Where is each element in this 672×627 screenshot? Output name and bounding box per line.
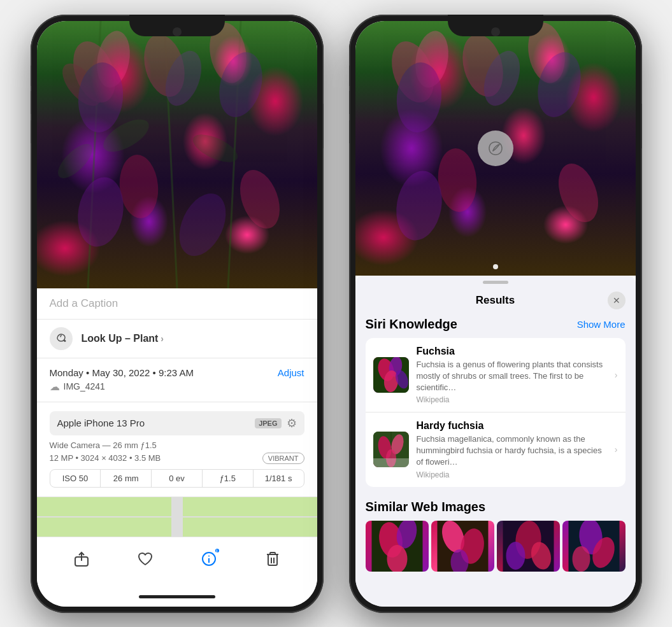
- results-title: Results: [383, 294, 608, 307]
- hardy-chevron: ›: [615, 444, 618, 454]
- svg-rect-22: [268, 554, 277, 565]
- siri-knowledge-header: Siri Knowledge Show More: [366, 317, 626, 332]
- notch-camera: [173, 27, 182, 36]
- page-dot: [493, 264, 498, 269]
- volume-down-btn[interactable]: [31, 120, 31, 143]
- hardy-name: Hardy fuchsia: [417, 420, 607, 432]
- device-section: Apple iPhone 13 Pro JPEG ⚙ Wide Camera —…: [37, 402, 317, 497]
- siri-knowledge-title: Siri Knowledge: [366, 317, 457, 332]
- silent-btn[interactable]: [31, 66, 31, 86]
- lookup-label: Look Up – Plant ›: [82, 333, 164, 344]
- toolbar: i: [37, 537, 317, 588]
- cloud-icon: ☁: [50, 381, 60, 393]
- phone1-screen: Add a Caption Look Up – Plant ›: [37, 21, 317, 607]
- phone2-silent[interactable]: [349, 66, 350, 86]
- phone2-screen: Results ✕ Siri Knowledge Show More: [355, 21, 636, 607]
- caption-placeholder: Add a Caption: [50, 297, 118, 309]
- fuchsia-info: Fuchsia Fuchsia is a genus of flowering …: [417, 346, 607, 405]
- meta-date: Monday • May 30, 2022 • 9:23 AM: [50, 367, 194, 378]
- similar-grid: [366, 521, 626, 572]
- device-name: Apple iPhone 13 Pro: [57, 418, 145, 428]
- photo-area[interactable]: [37, 21, 317, 288]
- exif-ev: 0 ev: [152, 470, 203, 487]
- svg-point-11: [117, 153, 160, 220]
- phone2-volume-up[interactable]: [349, 91, 350, 114]
- info-button[interactable]: i: [195, 545, 223, 573]
- svg-point-56: [506, 542, 525, 570]
- vibrant-badge: VIBRANT: [262, 453, 304, 464]
- jpeg-badge: JPEG: [255, 418, 281, 428]
- delete-button[interactable]: [259, 545, 287, 573]
- map-area[interactable]: [37, 497, 317, 537]
- hardy-source: Wikipedia: [417, 470, 607, 479]
- exif-aperture: ƒ1.5: [203, 470, 254, 487]
- map-preview: [37, 497, 317, 537]
- fuchsia-name: Fuchsia: [417, 346, 607, 357]
- volume-up-btn[interactable]: [31, 91, 31, 114]
- similar-img-3[interactable]: [497, 521, 560, 572]
- home-bar: [139, 595, 215, 598]
- similar-img-1[interactable]: [366, 521, 429, 572]
- results-content: Siri Knowledge Show More: [355, 317, 636, 607]
- phone1-content: Add a Caption Look Up – Plant ›: [37, 21, 317, 607]
- knowledge-item-fuchsia[interactable]: Fuchsia Fuchsia is a genus of flowering …: [366, 338, 626, 412]
- like-button[interactable]: [131, 545, 159, 573]
- similar-section: Similar Web Images: [366, 500, 626, 572]
- meta-filename: ☁ IMG_4241: [50, 381, 304, 393]
- lookup-icon: [50, 327, 73, 350]
- fuchsia-chevron: ›: [615, 370, 618, 380]
- phone2-power[interactable]: [641, 104, 642, 148]
- fuchsia-desc: Fuchsia is a genus of flowering plants t…: [417, 359, 607, 394]
- fuchsia-thumb: [373, 357, 409, 393]
- hardy-desc: Fuchsia magellanica, commonly known as t…: [417, 433, 607, 468]
- similar-img-4[interactable]: [562, 521, 626, 572]
- close-button[interactable]: ✕: [608, 292, 626, 309]
- svg-point-17: [52, 138, 97, 183]
- results-header: Results ✕: [355, 289, 636, 317]
- exif-row: ISO 50 26 mm 0 ev ƒ1.5 1/181 s: [50, 469, 304, 488]
- svg-point-21: [208, 556, 210, 557]
- similar-img-2[interactable]: [431, 521, 494, 572]
- exif-iso: ISO 50: [50, 470, 101, 487]
- phone-1: Add a Caption Look Up – Plant ›: [31, 15, 324, 613]
- home-indicator: [37, 588, 317, 607]
- leaf-icon: [487, 139, 504, 157]
- phone2-content: Results ✕ Siri Knowledge Show More: [355, 21, 636, 607]
- exif-shutter: 1/181 s: [254, 470, 304, 487]
- svg-point-34: [551, 158, 605, 227]
- show-more-button[interactable]: Show More: [577, 319, 626, 330]
- phone-2: Results ✕ Siri Knowledge Show More: [349, 15, 642, 613]
- phone2-notch: [491, 27, 500, 36]
- caption-area[interactable]: Add a Caption: [37, 288, 317, 320]
- lookup-row[interactable]: Look Up – Plant ›: [37, 320, 317, 358]
- fuchsia-source: Wikipedia: [417, 395, 607, 404]
- knowledge-card: Fuchsia Fuchsia is a genus of flowering …: [366, 338, 626, 487]
- svg-point-13: [232, 164, 287, 234]
- power-btn[interactable]: [323, 104, 324, 148]
- camera-details: Wide Camera — 26 mm ƒ1.5: [50, 440, 304, 450]
- svg-point-32: [435, 146, 478, 213]
- svg-rect-45: [373, 458, 409, 467]
- similar-title: Similar Web Images: [366, 500, 626, 514]
- mp-info: 12 MP • 3024 × 4032 • 3.5 MB: [50, 453, 161, 463]
- settings-icon: ⚙: [287, 416, 297, 430]
- meta-section: Monday • May 30, 2022 • 9:23 AM Adjust ☁…: [37, 358, 317, 402]
- knowledge-item-hardy[interactable]: Hardy fuchsia Fuchsia magellanica, commo…: [366, 412, 626, 487]
- photo-area2: [355, 21, 636, 276]
- svg-point-14: [170, 186, 235, 263]
- svg-point-49: [387, 545, 407, 572]
- results-panel: Results ✕ Siri Knowledge Show More: [355, 276, 636, 607]
- svg-point-61: [572, 546, 590, 572]
- share-button[interactable]: [68, 545, 96, 573]
- adjust-button[interactable]: Adjust: [278, 367, 304, 378]
- hardy-info: Hardy fuchsia Fuchsia magellanica, commo…: [417, 420, 607, 479]
- phone2-volume-down[interactable]: [349, 120, 350, 143]
- hardy-thumb: [373, 432, 409, 467]
- exif-mm: 26 mm: [101, 470, 152, 487]
- visual-search-button[interactable]: [478, 130, 513, 166]
- panel-handle[interactable]: [483, 281, 508, 284]
